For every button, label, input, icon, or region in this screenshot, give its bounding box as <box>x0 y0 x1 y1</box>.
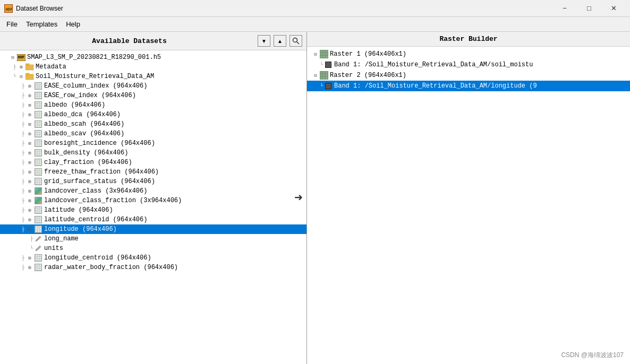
grid-icon <box>34 91 42 100</box>
expander[interactable]: ⊞ <box>25 91 34 100</box>
tree-node-root[interactable]: ⊟ HDF SMAP_L3_SM_P_20230821_R18290_001.h… <box>0 53 307 62</box>
grid-icon <box>34 101 42 109</box>
menu-help[interactable]: Help <box>62 19 84 30</box>
svg-rect-4 <box>25 65 33 70</box>
tree-node-bulk-density[interactable]: ├ ⊞ bulk_density (964x406) <box>0 148 307 158</box>
raster1-node[interactable]: ⊟ Raster 1 (964x406x1) <box>307 49 630 59</box>
raster-icon <box>320 50 328 58</box>
tree-node-longitude[interactable]: ├ ⊟ longitude (964x406) <box>0 224 307 234</box>
grid-icon <box>34 215 42 224</box>
maximize-button[interactable]: □ <box>577 1 601 16</box>
raster1-band1-node[interactable]: └ Band 1: /Soil_Moisture_Retrieval_Data_… <box>307 59 630 70</box>
tree-node-albedo[interactable]: ├ ⊞ albedo (964x406) <box>0 100 307 110</box>
tree-node-longitude-centroid[interactable]: ├ ⊞ longitude_centroid (964x406) <box>0 253 307 263</box>
grid-icon <box>34 82 42 90</box>
svg-point-2 <box>293 38 297 42</box>
tree-node-ease-row[interactable]: ├ ⊞ EASE_row_index (964x406) <box>0 91 307 100</box>
metadata-label: Metadata <box>36 63 66 71</box>
raster-builder-header: Raster Builder <box>307 32 630 47</box>
grid-icon <box>34 206 42 214</box>
svg-rect-7 <box>25 73 29 75</box>
expander-raster2[interactable]: ⊟ <box>311 71 320 80</box>
tree-node-albedo-scah[interactable]: ├ ⊞ albedo_scah (964x406) <box>0 119 307 129</box>
watermark: CSDN @海绵波波107 <box>561 351 624 360</box>
soil-moisture-label: Soil_Moisture_Retrieval_Data_AM <box>36 73 154 80</box>
scroll-down-button[interactable]: ▼ <box>258 35 270 47</box>
tree-node-clay[interactable]: ├ ⊞ clay_fraction (964x406) <box>0 158 307 167</box>
expander[interactable]: ⊞ <box>25 129 34 138</box>
search-button[interactable] <box>290 35 302 47</box>
band-icon <box>324 60 333 69</box>
grid-icon <box>34 139 42 148</box>
expander[interactable]: ⊞ <box>25 177 34 186</box>
available-datasets-header: Available Datasets ▼ ▲ <box>0 32 307 50</box>
expander[interactable]: ⊞ <box>25 110 34 119</box>
expander-longitude[interactable]: ⊟ <box>25 225 34 233</box>
tree-node-units[interactable]: └ units <box>0 244 307 253</box>
grid-color-icon <box>34 187 42 195</box>
raster2-band1-node[interactable]: └ Band 1: /Soil_Moisture_Retrieval_Data_… <box>307 81 630 91</box>
folder-icon <box>25 63 34 71</box>
root-label: SMAP_L3_SM_P_20230821_R18290_001.h5 <box>27 54 161 61</box>
tree-node-albedo-scav[interactable]: ├ ⊞ albedo_scav (964x406) <box>0 129 307 138</box>
tree-node-landcover-frac[interactable]: ├ ⊞ landcover_class_fraction (3x964x406) <box>0 196 307 205</box>
expander[interactable]: ⊞ <box>25 196 34 205</box>
expander[interactable]: ⊞ <box>25 82 34 90</box>
svg-rect-17 <box>320 71 328 80</box>
expander-soil[interactable]: ⊟ <box>17 72 25 81</box>
expander[interactable]: ⊞ <box>25 120 34 128</box>
dataset-tree[interactable]: ⊟ HDF SMAP_L3_SM_P_20230821_R18290_001.h… <box>0 50 307 364</box>
tree-node-latitude[interactable]: ├ ⊞ latitude (964x406) <box>0 205 307 215</box>
expander[interactable]: ⊞ <box>25 139 34 148</box>
svg-text:HDF: HDF <box>6 7 12 11</box>
main-content: Available Datasets ▼ ▲ ⊟ HDF SMAP_L3_SM_… <box>0 32 630 364</box>
close-button[interactable]: ✕ <box>601 1 626 16</box>
pencil-icon <box>34 235 42 243</box>
tree-node-albedo-dca[interactable]: ├ ⊞ albedo_dca (964x406) <box>0 110 307 119</box>
tree-node-freeze-thaw[interactable]: ├ ⊞ freeze_thaw_fraction (964x406) <box>0 167 307 177</box>
expander-metadata[interactable]: ⊞ <box>17 63 25 71</box>
expander[interactable]: ⊞ <box>25 215 34 224</box>
menu-bar: File Templates Help <box>0 17 630 32</box>
expander[interactable]: ⊞ <box>25 168 34 176</box>
expander[interactable]: ⊞ <box>25 149 34 157</box>
menu-templates[interactable]: Templates <box>22 19 62 30</box>
window-title: Dataset Browser <box>16 5 63 12</box>
menu-file[interactable]: File <box>2 19 22 30</box>
expander[interactable]: ⊞ <box>25 254 34 262</box>
app-icon: HDF <box>4 4 13 13</box>
tree-node-landcover-class[interactable]: ├ ⊞ landcover_class (3x964x406) <box>0 186 307 196</box>
grid-icon <box>34 158 42 167</box>
tree-node-boresight[interactable]: ├ ⊞ boresight_incidence (964x406) <box>0 138 307 148</box>
tree-node-long-name[interactable]: ├ long_name <box>0 234 307 244</box>
tree-node-metadata[interactable]: ├ ⊞ Metadata <box>0 62 307 72</box>
scroll-up-button[interactable]: ▲ <box>274 35 286 47</box>
band-icon <box>324 82 333 90</box>
minimize-button[interactable]: − <box>552 1 577 16</box>
grid-icon <box>34 129 42 138</box>
expander[interactable]: ⊞ <box>25 158 34 167</box>
expander[interactable]: ⊞ <box>25 263 34 272</box>
svg-rect-5 <box>25 64 29 65</box>
connector-line2: └ <box>13 74 17 80</box>
expander[interactable]: ⊞ <box>25 101 34 109</box>
svg-line-3 <box>297 42 300 45</box>
expander[interactable]: ⊞ <box>25 187 34 195</box>
tree-node-latitude-centroid[interactable]: ├ ⊞ latitude_centroid (964x406) <box>0 215 307 224</box>
pencil-icon <box>34 244 42 253</box>
tree-node-grid-surface[interactable]: ├ ⊞ grid_surface_status (964x406) <box>0 177 307 186</box>
grid-icon <box>34 110 42 119</box>
expander-root[interactable]: ⊟ <box>8 53 17 62</box>
tree-node-ease-col[interactable]: ├ ⊞ EASE_column_index (964x406) <box>0 81 307 91</box>
right-panel: Raster Builder ⊟ Raster 1 (964x406x1) <box>307 32 630 364</box>
connector-line: ├ <box>13 64 17 70</box>
raster2-node[interactable]: ⊟ Raster 2 (964x406x1) <box>307 70 630 81</box>
tree-node-radar-water[interactable]: ├ ⊞ radar_water_body_fraction (964x406) <box>0 263 307 272</box>
grid-icon <box>34 254 42 262</box>
expander-raster1[interactable]: ⊟ <box>311 50 320 58</box>
svg-marker-10 <box>36 246 41 251</box>
tree-node-soil-moisture[interactable]: └ ⊟ Soil_Moisture_Retrieval_Data_AM <box>0 72 307 81</box>
folder-icon-soil <box>25 72 34 81</box>
expander[interactable]: ⊞ <box>25 206 34 214</box>
grid-icon <box>34 168 42 176</box>
